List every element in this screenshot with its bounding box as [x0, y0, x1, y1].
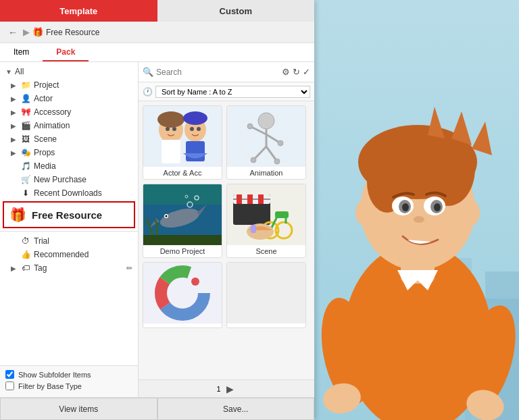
- grid-item-empty[interactable]: [226, 262, 306, 328]
- tree-item-project[interactable]: ▶ 📁 Project: [0, 78, 138, 92]
- svg-rect-58: [143, 235, 222, 245]
- tree-item-animation[interactable]: ▶ 🎬 Animation: [0, 119, 138, 132]
- grid-item-chart[interactable]: [143, 262, 222, 328]
- grid-thumb-demo-project: [143, 184, 222, 245]
- content-area: ▼ All ▶ 📁 Project ▶ 👤 Actor ▶ 🎀 A: [0, 62, 314, 397]
- media-icon: 🎵: [20, 161, 31, 171]
- checkbox-basetype: Filter by Base Type: [5, 382, 132, 390]
- tree-item-scene[interactable]: ▶ 🖼 Scene: [0, 132, 138, 146]
- tree-item-all[interactable]: ▼ All: [0, 65, 138, 78]
- free-resource-label: Free Resource: [32, 209, 102, 221]
- sidebar-checkboxes: Show Subfolder Items Filter by Base Type: [0, 365, 138, 397]
- search-input[interactable]: [156, 68, 279, 77]
- tree-arrow-tag: ▶: [11, 265, 18, 272]
- svg-point-21: [355, 201, 372, 225]
- grid-thumb-chart: [143, 263, 222, 323]
- tag-edit-icon[interactable]: ✏: [126, 264, 132, 273]
- grid-label-animation: Animation: [227, 167, 305, 179]
- sub-tab-pack[interactable]: Pack: [43, 43, 89, 61]
- refresh-button[interactable]: ↻: [293, 67, 300, 77]
- svg-point-57: [166, 215, 168, 217]
- tree-label-trial: Trial: [34, 236, 132, 246]
- tree-item-props[interactable]: ▶ 🎭 Props: [0, 146, 138, 159]
- sub-tab-item[interactable]: Item: [0, 43, 43, 61]
- tab-custom[interactable]: Custom: [157, 0, 315, 22]
- props-icon: 🎭: [20, 148, 31, 157]
- page-number: 1: [216, 385, 220, 393]
- grid-item-demo-project[interactable]: Demo Project: [143, 184, 222, 258]
- recommended-icon: 👍: [20, 250, 31, 259]
- basetype-checkbox[interactable]: [5, 382, 14, 390]
- scene-icon: 🖼: [20, 134, 31, 144]
- checkbox-subfolder: Show Subfolder Items: [5, 370, 132, 379]
- back-button[interactable]: ←: [5, 26, 20, 39]
- tree-label-media: Media: [34, 161, 132, 171]
- svg-point-48: [274, 159, 280, 164]
- subfolder-label: Show Subfolder Items: [18, 371, 91, 379]
- tree-item-tag[interactable]: ▶ 🏷 Tag ✏: [0, 261, 138, 275]
- filter-button[interactable]: ⚙: [282, 67, 290, 77]
- svg-point-47: [251, 157, 256, 163]
- svg-rect-51: [143, 184, 222, 205]
- tab-template[interactable]: Template: [0, 0, 157, 22]
- tree-arrow-actor: ▶: [11, 95, 18, 103]
- svg-rect-65: [258, 194, 264, 204]
- grid-item-actor-acc[interactable]: Actor & Acc: [143, 105, 222, 180]
- svg-point-20: [414, 216, 424, 223]
- new-purchase-icon: 🛒: [20, 175, 31, 184]
- grid-thumb-scene: [226, 184, 306, 245]
- subfolder-checkbox[interactable]: [5, 370, 14, 379]
- grid-thumb-actor-acc: [143, 106, 222, 167]
- svg-point-39: [258, 113, 274, 129]
- sidebar-divider: [0, 231, 138, 232]
- sidebar-tree: ▼ All ▶ 📁 Project ▶ 👤 Actor ▶ 🎀 A: [0, 62, 138, 365]
- grid-item-scene[interactable]: Scene: [226, 184, 306, 258]
- view-items-button[interactable]: View items: [0, 398, 157, 420]
- project-icon: 📁: [20, 80, 31, 90]
- svg-rect-70: [251, 225, 256, 233]
- grid-label-demo-project: Demo Project: [143, 245, 222, 257]
- tree-item-recommended[interactable]: 👍 Recommended: [0, 248, 138, 261]
- right-panel: 🔍 ⚙ ↻ ✓ 🕐 Sort by Name : A to Z Sort by …: [139, 62, 314, 397]
- grid-label-empty: [227, 323, 305, 327]
- save-button[interactable]: Save...: [157, 398, 315, 420]
- tree-item-new-purchase[interactable]: 🛒 New Purchase: [0, 173, 138, 186]
- tree-label-props: Props: [34, 148, 132, 157]
- tree-item-trial[interactable]: ⏱ Trial: [0, 234, 138, 248]
- tree-arrow-project: ▶: [11, 82, 18, 89]
- search-icon: 🔍: [143, 67, 153, 77]
- svg-rect-27: [143, 106, 222, 167]
- svg-rect-68: [275, 211, 289, 218]
- tree-item-actor[interactable]: ▶ 👤 Actor: [0, 92, 138, 105]
- tree-item-recent-downloads[interactable]: ⬇ Recent Downloads: [0, 186, 138, 200]
- tab-bar: Template Custom: [0, 0, 314, 22]
- tree-label-actor: Actor: [34, 94, 132, 103]
- panel-footer: View items Save...: [0, 397, 314, 420]
- main-panel: Template Custom ← ▶ 🎁 Free Resource Item…: [0, 0, 314, 420]
- svg-rect-30: [162, 140, 180, 163]
- tree-arrow-animation: ▶: [11, 122, 18, 130]
- svg-point-34: [166, 127, 170, 131]
- svg-point-35: [172, 127, 176, 131]
- tree-label-recent-downloads: Recent Downloads: [34, 188, 132, 198]
- tree-arrow-props: ▶: [11, 149, 18, 157]
- confirm-button[interactable]: ✓: [303, 67, 310, 77]
- accessory-icon: 🎀: [20, 107, 31, 117]
- tree-label-scene: Scene: [34, 134, 132, 144]
- sub-tabs: Item Pack: [0, 43, 314, 62]
- sort-select[interactable]: Sort by Name : A to Z Sort by Name : Z t…: [155, 86, 310, 98]
- next-page-button[interactable]: ▶: [224, 384, 237, 394]
- tree-item-media[interactable]: 🎵 Media: [0, 159, 138, 173]
- grid-label-chart: [143, 323, 222, 327]
- free-resource-item[interactable]: 🎁 Free Resource: [3, 201, 135, 228]
- svg-point-19: [434, 203, 441, 211]
- grid-item-animation[interactable]: Animation: [226, 105, 306, 180]
- svg-rect-63: [237, 194, 242, 204]
- svg-point-18: [402, 203, 409, 211]
- svg-point-22: [464, 201, 480, 225]
- svg-point-46: [278, 140, 283, 146]
- clock-icon: 🕐: [143, 87, 153, 97]
- svg-marker-13: [428, 107, 445, 138]
- svg-marker-11: [472, 122, 492, 155]
- tree-item-accessory[interactable]: ▶ 🎀 Accessory: [0, 105, 138, 119]
